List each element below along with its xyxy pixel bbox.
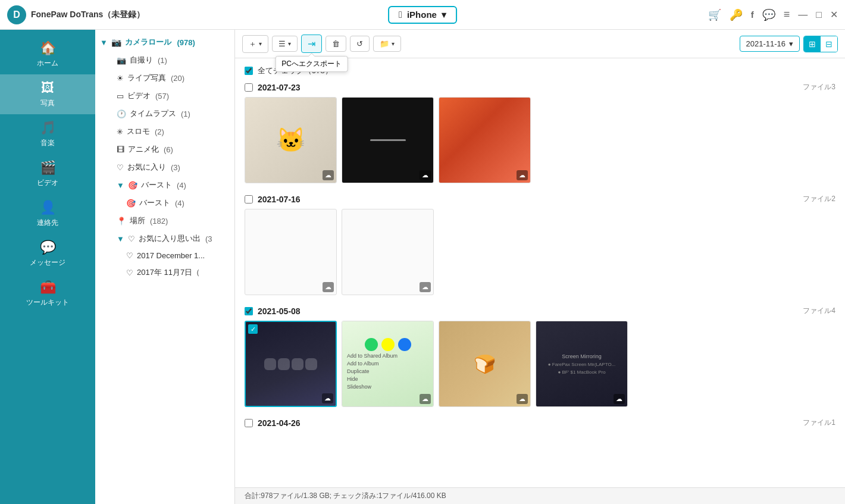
menu-icon[interactable]: ≡ bbox=[784, 8, 790, 21]
tree-item-mem-2017dec[interactable]: ♡ 2017 December 1... bbox=[95, 248, 234, 264]
tree-label-favorites: お気に入り bbox=[127, 162, 166, 173]
export-tooltip: PCへエクスポート bbox=[275, 56, 348, 72]
titlebar: D FonePaw DoTrans（未登録）  iPhone ▾ 🛒 🔑 f … bbox=[0, 0, 845, 30]
delete-button[interactable]: 🗑 bbox=[326, 36, 346, 52]
photo-thumb[interactable]: 🐱 ☁ bbox=[245, 97, 337, 183]
sidebar-label-toolkit: ツールキット bbox=[26, 298, 69, 308]
export-button-container: ⇥ PCへエクスポート bbox=[301, 35, 322, 53]
date-selector[interactable]: 2021-11-16 ▾ bbox=[740, 36, 800, 52]
photo-thumb[interactable]: ☁ bbox=[342, 97, 434, 183]
date-value: 2021-11-16 bbox=[746, 39, 786, 48]
sidebar-item-messages[interactable]: 💬 メッセージ bbox=[0, 234, 95, 274]
photo-area: 全てチェック（978） 2021-07-23 ファイル3 🐱 ☁ bbox=[235, 58, 845, 487]
video-tree-icon: ▭ bbox=[117, 92, 124, 101]
import-button[interactable]: ☰ ▾ bbox=[272, 36, 298, 52]
tree-root-label: カメラロール bbox=[125, 37, 171, 48]
date-dropdown-icon: ▾ bbox=[789, 39, 793, 48]
selfie-count: (1) bbox=[158, 56, 167, 65]
cloud-icon: ☁ bbox=[517, 170, 528, 180]
facebook-icon[interactable]: f bbox=[751, 10, 754, 20]
photo-thumb[interactable]: Add to Shared Album Add to Album Duplica… bbox=[342, 321, 434, 407]
section-count-2021-07-16: ファイル2 bbox=[803, 194, 835, 204]
tree-label-mem-2017dec: 2017 December 1... bbox=[137, 251, 205, 260]
device-selector[interactable]:  iPhone ▾ bbox=[388, 6, 457, 24]
tree-item-anime[interactable]: 🎞 アニメ化 (6) bbox=[95, 140, 234, 158]
sidebar: 🏠 ホーム 🖼 写真 🎵 音楽 🎬 ビデオ 👤 連絡先 💬 メッセージ 🧰 ツー… bbox=[0, 30, 95, 504]
cart-icon[interactable]: 🛒 bbox=[708, 8, 721, 21]
tree-item-live[interactable]: ☀ ライブ写真 (20) bbox=[95, 69, 234, 87]
tree-item-selfie[interactable]: 📷 自撮り (1) bbox=[95, 51, 234, 69]
slomo-icon: ✳ bbox=[117, 127, 123, 136]
minimize-button[interactable]: — bbox=[798, 10, 808, 20]
section-check-2021-04-26[interactable] bbox=[245, 419, 253, 427]
toolkit-icon: 🧰 bbox=[40, 280, 56, 295]
folder-dropdown-icon: ▾ bbox=[392, 40, 395, 47]
maximize-button[interactable]: □ bbox=[816, 10, 822, 20]
sidebar-label-home: ホーム bbox=[37, 58, 58, 68]
tree-item-burst-sub[interactable]: 🎯 バースト (4) bbox=[95, 194, 234, 212]
export-button[interactable]: ⇥ bbox=[301, 35, 322, 53]
sidebar-label-contacts: 連絡先 bbox=[37, 218, 58, 228]
burst-parent-count: (4) bbox=[177, 181, 186, 190]
selected-checkmark: ✓ bbox=[248, 324, 258, 334]
photo-thumb[interactable]: 🍞 ☁ bbox=[439, 321, 531, 407]
cloud-icon: ☁ bbox=[323, 170, 334, 180]
section-check-2021-07-16[interactable] bbox=[245, 195, 253, 204]
photo-thumb-selected[interactable]: ✓ ☁ bbox=[245, 321, 337, 407]
add-dropdown-icon: ▾ bbox=[259, 40, 262, 47]
section-check-2021-07-23[interactable] bbox=[245, 83, 253, 92]
tree-label-timelapse: タイムラプス bbox=[130, 108, 176, 119]
tree-item-location[interactable]: 📍 場所 (182) bbox=[95, 212, 234, 230]
music-icon: 🎵 bbox=[40, 120, 56, 136]
refresh-button[interactable]: ↺ bbox=[350, 36, 370, 52]
grid-small-button[interactable]: ⊞ bbox=[804, 36, 821, 52]
chat-icon[interactable]: 💬 bbox=[762, 8, 775, 21]
section-header-2021-07-23: 2021-07-23 ファイル3 bbox=[245, 82, 835, 92]
close-button[interactable]: ✕ bbox=[830, 9, 838, 20]
location-count: (182) bbox=[150, 217, 168, 226]
add-button[interactable]: ＋ ▾ bbox=[242, 35, 268, 53]
burst-parent-icon: 🎯 bbox=[128, 181, 137, 190]
tree-item-mem-2017nov[interactable]: ♡ 2017年 11月7日（ bbox=[95, 264, 234, 281]
check-all-checkbox[interactable] bbox=[245, 67, 253, 75]
sidebar-item-home[interactable]: 🏠 ホーム bbox=[0, 35, 95, 74]
selfie-icon: 📷 bbox=[117, 56, 126, 65]
tree-root-count: (978) bbox=[175, 38, 195, 47]
refresh-icon: ↺ bbox=[356, 39, 363, 48]
cloud-icon: ☁ bbox=[420, 282, 431, 292]
photo-thumb[interactable]: ☁ bbox=[245, 209, 337, 295]
tree-label-anime: アニメ化 bbox=[128, 144, 159, 155]
tree-item-burst-parent[interactable]: ▼ 🎯 バースト (4) bbox=[95, 176, 234, 194]
grid-large-button[interactable]: ⊟ bbox=[821, 36, 837, 52]
anime-count: (6) bbox=[164, 145, 173, 154]
section-count-2021-05-08: ファイル4 bbox=[803, 306, 835, 316]
tree-item-fav-memories[interactable]: ▼ ♡ お気に入り思い出 (3 bbox=[95, 230, 234, 248]
tree-item-video[interactable]: ▭ ビデオ (57) bbox=[95, 87, 234, 105]
import-dropdown-icon: ▾ bbox=[288, 40, 291, 47]
key-icon[interactable]: 🔑 bbox=[730, 8, 743, 21]
tree-item-timelapse[interactable]: 🕐 タイムラプス (1) bbox=[95, 105, 234, 123]
app-logo: D bbox=[7, 5, 26, 24]
photo-grid-2021-07-23: 🐱 ☁ ☁ ☁ bbox=[245, 97, 835, 183]
tree-label-burst-sub: バースト bbox=[139, 198, 170, 208]
photo-thumb[interactable]: ☁ bbox=[439, 97, 531, 183]
sidebar-item-photos[interactable]: 🖼 写真 bbox=[0, 74, 95, 114]
tree-panel: ▼ 📷 カメラロール (978) 📷 自撮り (1) ☀ ライブ写真 (20) … bbox=[95, 30, 235, 504]
sidebar-item-contacts[interactable]: 👤 連絡先 bbox=[0, 194, 95, 234]
section-check-2021-05-08[interactable] bbox=[245, 307, 253, 315]
photo-thumb[interactable]: ☁ bbox=[342, 209, 434, 295]
tree-root-camera-roll[interactable]: ▼ 📷 カメラロール (978) bbox=[95, 33, 234, 51]
photo-thumb[interactable]: Screen Mirroring ● FarePax Screen Mir(LA… bbox=[536, 321, 628, 407]
sidebar-item-toolkit[interactable]: 🧰 ツールキット bbox=[0, 274, 95, 314]
favorites-icon: ♡ bbox=[117, 163, 124, 172]
sidebar-item-video[interactable]: 🎬 ビデオ bbox=[0, 154, 95, 194]
burst-sub-icon: 🎯 bbox=[126, 199, 136, 208]
tree-item-slomo[interactable]: ✳ スロモ (2) bbox=[95, 123, 234, 140]
home-icon: 🏠 bbox=[40, 40, 56, 56]
status-bar: 合計:978ファイル/1.38 GB; チェック済み:1ファイル/416.00 … bbox=[235, 487, 845, 504]
tree-item-favorites[interactable]: ♡ お気に入り (3) bbox=[95, 158, 234, 176]
folder-button[interactable]: 📁 ▾ bbox=[373, 36, 401, 52]
delete-icon: 🗑 bbox=[332, 39, 340, 48]
timelapse-icon: 🕐 bbox=[117, 109, 126, 118]
sidebar-item-music[interactable]: 🎵 音楽 bbox=[0, 114, 95, 154]
